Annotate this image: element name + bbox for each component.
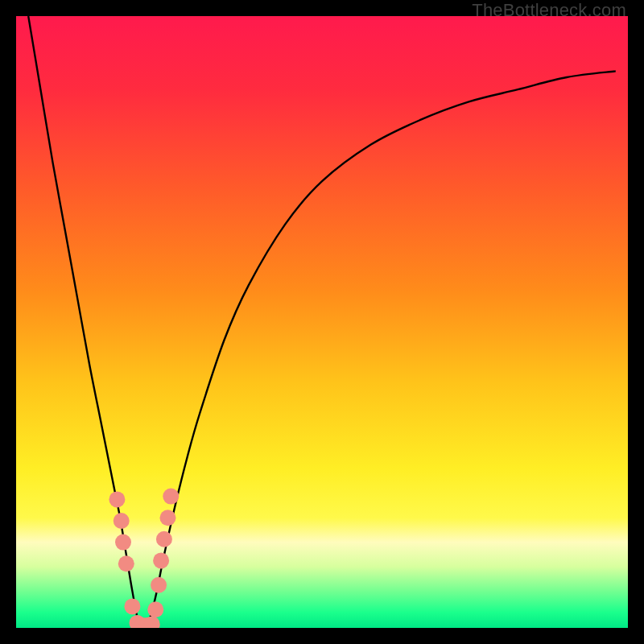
watermark-text: TheBottleneck.com xyxy=(472,0,626,21)
data-marker xyxy=(163,489,179,505)
data-marker xyxy=(109,491,125,507)
chart-frame xyxy=(16,16,628,628)
data-marker xyxy=(115,535,131,551)
data-marker xyxy=(159,510,175,526)
data-marker xyxy=(124,598,140,614)
data-marker xyxy=(114,513,130,529)
data-marker xyxy=(151,577,167,593)
data-marker xyxy=(156,531,172,547)
data-marker xyxy=(118,555,134,572)
gradient-background xyxy=(16,16,628,628)
bottleneck-chart xyxy=(16,16,628,628)
data-marker xyxy=(147,601,163,617)
data-marker xyxy=(153,552,169,568)
